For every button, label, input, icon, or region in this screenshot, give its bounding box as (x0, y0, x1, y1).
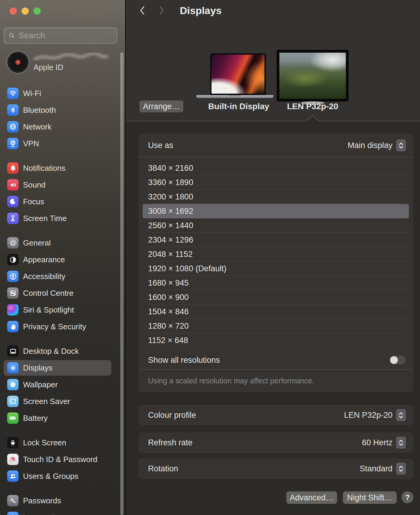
scaled-resolution-footnote: Using a scaled resolution may affect per… (139, 369, 413, 392)
sidebar-item-control-centre[interactable]: Control Centre (4, 285, 111, 301)
sidebar-item-privacy-security[interactable]: Privacy & Security (4, 319, 111, 334)
sidebar-scrollbar[interactable] (120, 52, 124, 515)
colour-profile-dropdown[interactable]: LEN P32p-20 (344, 409, 406, 421)
resolution-option[interactable]: 2048 × 1152 (139, 247, 413, 261)
sidebar-item-label: Wi-Fi (23, 89, 41, 98)
stepper-icon (396, 463, 406, 475)
resolution-option[interactable]: 2560 × 1440 (139, 218, 413, 233)
sidebar-item-label: Privacy & Security (23, 322, 86, 331)
show-all-resolutions-label: Show all resolutions (148, 356, 220, 365)
sidebar-item-wifi[interactable]: Wi-Fi (4, 86, 111, 101)
colour-profile-card: Colour profile LEN P32p-20 (139, 405, 413, 425)
lock-icon (7, 437, 19, 448)
sidebar-item-lock-screen[interactable]: Lock Screen (4, 435, 111, 450)
battery-icon (7, 412, 19, 424)
rotation-dropdown[interactable]: Standard (360, 463, 406, 475)
nav-controls (139, 5, 165, 16)
sidebar-item-label: Control Centre (23, 289, 74, 298)
resolution-list: 3840 × 2160 3360 × 1890 3200 × 1800 3008… (139, 157, 413, 351)
external-display-thumbnail[interactable] (277, 50, 349, 101)
sidebar-item-desktop-dock[interactable]: Desktop & Dock (4, 343, 111, 359)
sidebar-item-label: Accessibility (23, 272, 66, 281)
sidebar-item-label: Displays (23, 363, 52, 373)
sidebar-item-accessibility[interactable]: Accessibility (4, 269, 111, 284)
sidebar-item-general[interactable]: General (4, 235, 111, 251)
sidebar-item-screen-time[interactable]: Screen Time (4, 211, 111, 226)
key-icon (7, 495, 19, 506)
search-input[interactable] (19, 31, 113, 40)
resolution-option[interactable]: 1152 × 648 (139, 333, 413, 348)
resolution-option[interactable]: 2304 × 1296 (139, 233, 413, 247)
sidebar-item-battery[interactable]: Battery (4, 410, 111, 426)
sidebar-item-users-groups[interactable]: Users & Groups (4, 468, 111, 484)
at-icon (7, 512, 19, 515)
sidebar-item-network[interactable]: Network (4, 119, 111, 135)
zoom-window-button[interactable] (34, 7, 41, 15)
resolution-option[interactable]: 3840 × 2160 (139, 161, 413, 175)
sidebar-item-internet-accounts[interactable]: Internet Accounts (4, 510, 111, 515)
sidebar-item-siri-spotlight[interactable]: Siri & Spotlight (4, 302, 111, 318)
sidebar-item-focus[interactable]: Focus (4, 194, 111, 209)
sidebar-item-bluetooth[interactable]: Bluetooth (4, 102, 111, 118)
search-icon (8, 32, 16, 39)
resolution-option[interactable]: 1920 × 1080 (Default) (139, 261, 413, 276)
builtin-display-thumbnail[interactable] (210, 53, 266, 95)
sidebar-item-label: Internet Accounts (23, 513, 83, 515)
external-display-label: LEN P32p-20 (271, 102, 354, 111)
resolution-option[interactable]: 1504 × 846 (139, 304, 413, 319)
arrange-button[interactable]: Arrange… (139, 100, 183, 112)
use-as-dropdown[interactable]: Main display (348, 139, 406, 151)
minimize-window-button[interactable] (22, 7, 29, 15)
resolution-option[interactable]: 1280 × 720 (139, 319, 413, 333)
apple-id-row[interactable]: Apple ID (7, 50, 120, 74)
forward-icon[interactable] (158, 5, 165, 16)
screensaver-icon (7, 396, 19, 407)
sidebar-item-label: Network (23, 122, 51, 132)
bell-icon (7, 162, 19, 174)
resolution-option[interactable]: 1600 × 900 (139, 290, 413, 304)
sidebar-item-screen-saver[interactable]: Screen Saver (4, 394, 111, 409)
sidebar-item-appearance[interactable]: Appearance (4, 252, 111, 267)
sidebar-item-label: General (23, 238, 51, 248)
rotation-card: Rotation Standard (139, 459, 413, 479)
back-icon[interactable] (139, 5, 146, 16)
use-as-label: Use as (148, 141, 173, 150)
sidebar-item-wallpaper[interactable]: Wallpaper (4, 377, 111, 392)
advanced-button[interactable]: Advanced… (286, 491, 337, 504)
help-button[interactable]: ? (401, 491, 413, 503)
appearance-icon (7, 254, 19, 265)
sidebar-item-notifications[interactable]: Notifications (4, 160, 111, 176)
sidebar: Apple ID Wi-Fi Bluetooth (0, 0, 125, 515)
night-shift-button[interactable]: Night Shift… (343, 491, 397, 504)
sidebar-item-label: Appearance (23, 255, 65, 264)
apple-id-label: Apple ID (34, 63, 63, 72)
resolution-option[interactable]: 1680 × 945 (139, 276, 413, 290)
use-as-row: Use as Main display (139, 134, 413, 157)
sidebar-nav: Wi-Fi Bluetooth Network (4, 86, 111, 515)
resolution-option[interactable]: 3360 × 1890 (139, 175, 413, 190)
flower-icon (7, 379, 19, 390)
refresh-rate-dropdown[interactable]: 60 Hertz (362, 437, 406, 449)
moon-icon (7, 196, 19, 207)
resolution-option[interactable]: 3200 × 1800 (139, 190, 413, 204)
header-separator (126, 121, 420, 121)
search-field[interactable] (4, 28, 117, 44)
sidebar-item-sound[interactable]: Sound (4, 177, 111, 193)
sidebar-item-touch-id[interactable]: Touch ID & Password (4, 452, 111, 467)
globe-icon (7, 121, 19, 132)
sidebar-item-label: Lock Screen (23, 438, 66, 447)
sidebar-item-vpn[interactable]: VPN (4, 136, 111, 151)
sidebar-item-displays[interactable]: Displays (4, 360, 111, 376)
rotation-label: Rotation (148, 464, 178, 473)
close-window-button[interactable] (10, 7, 17, 15)
stepper-icon (396, 437, 406, 449)
sidebar-item-passwords[interactable]: Passwords (4, 493, 111, 508)
sidebar-item-label: Touch ID & Password (23, 455, 98, 464)
sidebar-item-label: Desktop & Dock (23, 347, 79, 356)
colour-profile-label: Colour profile (148, 411, 196, 420)
resolution-option-selected[interactable]: 3008 × 1692 (143, 204, 409, 218)
colour-profile-value: LEN P32p-20 (344, 411, 392, 420)
show-all-resolutions-toggle[interactable] (390, 356, 405, 364)
fingerprint-icon (7, 454, 19, 465)
desktop-icon (7, 345, 19, 357)
